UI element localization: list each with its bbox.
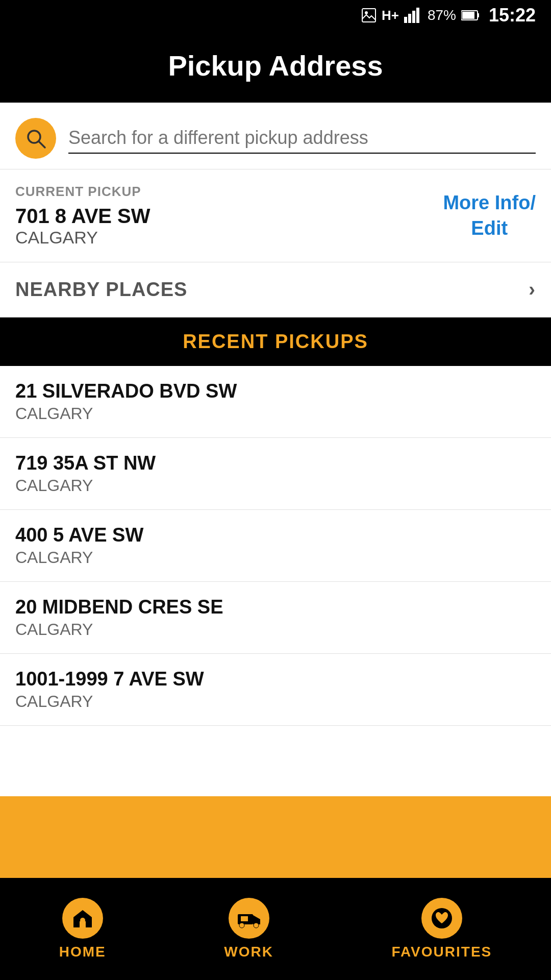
current-pickup-label: CURRENT PICKUP [15, 184, 151, 200]
nav-item-work[interactable]: WORK [224, 898, 273, 960]
pickup-city: CALGARY [15, 548, 536, 567]
more-info-button[interactable]: More Info/Edit [443, 190, 536, 241]
pickup-list: 21 SILVERADO BVD SW CALGARY 719 35A ST N… [0, 366, 551, 796]
pickup-list-item[interactable]: 1001-1999 7 AVE SW CALGARY [0, 654, 551, 726]
bottom-nav: HOME WORK FAVOURITES [0, 878, 551, 980]
pickup-street: 20 MIDBEND CRES SE [15, 596, 536, 618]
status-bar: H+ 87% 15:22 [0, 0, 551, 31]
favourites-nav-label: FAVOURITES [391, 944, 492, 960]
nav-item-favourites[interactable]: FAVOURITES [391, 898, 492, 960]
pickup-list-item[interactable]: 20 MIDBEND CRES SE CALGARY [0, 582, 551, 654]
chevron-right-icon: › [529, 279, 536, 301]
recent-pickups-header: RECENT PICKUPS [0, 317, 551, 366]
clock: 15:22 [489, 5, 536, 26]
nearby-places-button[interactable]: NEARBY PLACES › [0, 262, 551, 317]
svg-point-14 [239, 923, 244, 928]
svg-rect-8 [462, 12, 474, 19]
svg-point-15 [254, 923, 259, 928]
svg-rect-16 [241, 916, 248, 921]
pickup-street: 1001-1999 7 AVE SW [15, 668, 536, 690]
pickup-list-item[interactable]: 21 SILVERADO BVD SW CALGARY [0, 366, 551, 438]
search-icon [24, 127, 47, 150]
yellow-spacer [0, 796, 551, 878]
svg-point-11 [80, 918, 85, 923]
svg-point-1 [365, 11, 368, 14]
pickup-list-item[interactable]: 719 35A ST NW CALGARY [0, 438, 551, 510]
nearby-places-label: NEARBY PLACES [15, 279, 187, 301]
home-icon [70, 906, 95, 930]
svg-rect-0 [362, 9, 375, 22]
svg-rect-7 [478, 13, 479, 17]
svg-rect-2 [404, 17, 407, 23]
pickup-city: CALGARY [15, 476, 536, 495]
pickup-city: CALGARY [15, 620, 536, 639]
network-type: H+ [382, 8, 399, 23]
nav-item-home[interactable]: HOME [59, 898, 106, 960]
current-pickup-street: 701 8 AVE SW [15, 205, 151, 228]
work-icon [237, 906, 261, 930]
search-input[interactable] [68, 123, 536, 154]
svg-rect-5 [416, 8, 419, 23]
current-pickup-info: CURRENT PICKUP 701 8 AVE SW CALGARY [15, 184, 151, 248]
search-bar [0, 103, 551, 169]
current-pickup-section: CURRENT PICKUP 701 8 AVE SW CALGARY More… [0, 169, 551, 262]
favourites-nav-icon [421, 898, 462, 939]
pickup-list-item[interactable]: 400 5 AVE SW CALGARY [0, 510, 551, 582]
pickup-street: 719 35A ST NW [15, 452, 536, 474]
search-button[interactable] [15, 118, 56, 159]
gallery-icon [361, 8, 377, 23]
svg-rect-3 [408, 14, 411, 23]
battery-icon [461, 10, 480, 21]
battery-level: 87% [428, 7, 456, 23]
work-nav-icon [229, 898, 269, 939]
page-header: Pickup Address [0, 31, 551, 103]
work-nav-label: WORK [224, 944, 273, 960]
current-pickup-city: CALGARY [15, 228, 151, 248]
status-icons: H+ 87% [361, 7, 480, 23]
pickup-city: CALGARY [15, 692, 536, 711]
pickup-city: CALGARY [15, 404, 536, 423]
home-nav-label: HOME [59, 944, 106, 960]
svg-line-10 [39, 141, 45, 148]
page-title: Pickup Address [10, 49, 541, 82]
pickup-street: 400 5 AVE SW [15, 524, 536, 546]
favourites-icon [430, 906, 454, 930]
svg-rect-4 [412, 11, 415, 23]
search-input-wrap[interactable] [68, 123, 536, 154]
pickup-street: 21 SILVERADO BVD SW [15, 380, 536, 402]
home-nav-icon [62, 898, 103, 939]
recent-pickups-label: RECENT PICKUPS [183, 331, 368, 352]
signal-icon [404, 8, 422, 23]
